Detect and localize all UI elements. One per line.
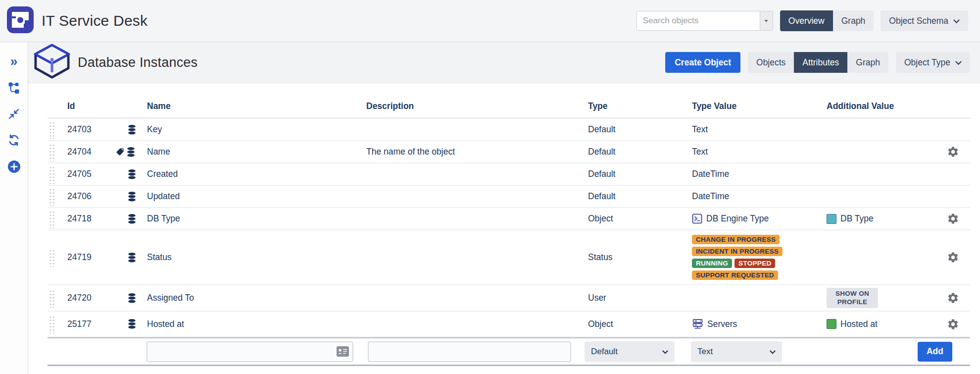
attribute-type: Status <box>588 252 692 263</box>
brand: IT Service Desk <box>7 6 147 35</box>
settings-gear-icon[interactable] <box>947 213 959 225</box>
expand-right-icon[interactable]: » <box>6 54 21 69</box>
show-on-profile-badge: SHOW ON PROFILE <box>827 288 878 309</box>
attribute-type: Object <box>588 214 692 224</box>
column-header-type: Type <box>588 101 692 111</box>
add-button[interactable]: Add <box>918 342 952 362</box>
chevron-down-icon <box>953 16 960 26</box>
type-value-label: DB Engine Type <box>706 214 769 224</box>
drag-handle-icon[interactable] <box>49 165 55 184</box>
attribute-name: DB Type <box>147 214 366 224</box>
table-row: 25177Hosted atObjectServersHosted at <box>48 312 970 337</box>
drag-handle-icon[interactable] <box>49 210 55 228</box>
column-header-name: Name <box>147 101 366 111</box>
attribute-description: The name of the object <box>366 147 588 157</box>
attribute-id: 24705 <box>67 169 114 179</box>
settings-gear-icon[interactable] <box>947 318 959 330</box>
attribute-id: 24718 <box>67 214 114 224</box>
type-value-select[interactable]: Text <box>691 341 782 362</box>
status-badge: CHANGE IN PROGRESS <box>692 235 780 244</box>
object-schema-menu-button[interactable]: Object Schema <box>881 10 968 31</box>
database-icon <box>127 124 137 135</box>
settings-gear-icon[interactable] <box>947 292 959 304</box>
servers-icon <box>692 319 703 329</box>
table-row: 24705CreatedDefaultDateTime <box>48 163 970 186</box>
refresh-icon[interactable] <box>6 133 21 148</box>
attribute-name: Hosted at <box>147 319 366 329</box>
search-box <box>637 11 773 31</box>
table-row: 24706UpdatedDefaultDateTime <box>48 186 970 208</box>
page-header: Database Instances Create Object Objects… <box>28 42 980 83</box>
tab-objects[interactable]: Objects <box>748 52 794 73</box>
nav-graph-button[interactable]: Graph <box>833 10 874 31</box>
attribute-id: 24704 <box>67 147 114 157</box>
settings-gear-icon[interactable] <box>947 251 959 264</box>
collapse-icon[interactable] <box>6 107 21 121</box>
attribute-type: Object <box>588 319 692 329</box>
database-icon <box>127 252 137 263</box>
contact-card-icon[interactable] <box>337 346 349 357</box>
attribute-id: 25177 <box>67 319 114 329</box>
add-attribute-row: Default Text Add <box>48 337 970 366</box>
new-attribute-description-input[interactable] <box>368 341 571 362</box>
table-row: 24719StatusStatusCHANGE IN PROGRESSINCID… <box>48 230 970 285</box>
table-header-row: Id Name Description Type Type Value Addi… <box>48 83 970 119</box>
drag-handle-icon[interactable] <box>49 187 55 206</box>
type-value-label: Text <box>692 147 708 157</box>
status-badges: CHANGE IN PROGRESSINCIDENT IN PROGRESSRU… <box>692 230 783 284</box>
tab-attributes[interactable]: Attributes <box>794 52 847 73</box>
object-type-menu-button[interactable]: Object Type <box>896 52 970 73</box>
drag-handle-icon[interactable] <box>49 289 55 308</box>
chevron-down-icon <box>662 347 668 357</box>
sidebar: » <box>0 42 28 374</box>
chevron-down-icon <box>770 347 776 357</box>
nav-overview-button[interactable]: Overview <box>780 10 833 31</box>
attribute-name: Key <box>147 124 366 135</box>
attribute-type: User <box>588 293 692 303</box>
attribute-name: Status <box>147 252 366 263</box>
search-dropdown-button[interactable] <box>760 11 773 30</box>
search-input[interactable] <box>637 11 760 30</box>
database-icon <box>127 214 137 224</box>
page-title: Database Instances <box>78 55 197 70</box>
tab-graph[interactable]: Graph <box>847 52 888 73</box>
add-circle-icon[interactable] <box>6 159 21 174</box>
drag-handle-icon[interactable] <box>49 143 55 161</box>
attribute-id: 24706 <box>67 191 114 202</box>
attributes-table: Id Name Description Type Type Value Addi… <box>48 83 970 366</box>
type-select[interactable]: Default <box>585 341 675 362</box>
drag-handle-icon[interactable] <box>49 315 55 333</box>
color-swatch <box>827 319 836 329</box>
create-object-button[interactable]: Create Object <box>665 52 740 73</box>
attribute-name: Created <box>147 169 366 179</box>
tree-structure-icon[interactable] <box>6 80 21 95</box>
attribute-id: 24720 <box>67 293 114 303</box>
object-type-menu-label: Object Type <box>904 57 950 68</box>
column-header-additional-value: Additional Value <box>827 101 935 111</box>
app-title: IT Service Desk <box>42 12 147 29</box>
status-badge: INCIDENT IN PROGRESS <box>692 247 783 256</box>
object-schema-menu-label: Object Schema <box>889 16 948 26</box>
column-header-type-value: Type Value <box>692 101 827 111</box>
database-icon <box>127 191 137 202</box>
attribute-name: Name <box>147 147 366 157</box>
additional-value-label: Hosted at <box>840 319 878 329</box>
drag-handle-icon[interactable] <box>49 120 55 139</box>
database-icon <box>127 293 137 304</box>
chevron-down-icon <box>955 57 962 68</box>
table-row: 24704NameThe name of the objectDefaultTe… <box>48 141 970 163</box>
additional-value-label: DB Type <box>840 214 874 224</box>
dropdown-triangle-icon <box>764 20 768 22</box>
type-value-label: Servers <box>707 319 737 329</box>
type-value-select-value: Text <box>697 347 713 357</box>
attribute-type: Default <box>588 191 692 202</box>
database-icon <box>127 319 137 329</box>
type-value-label: Text <box>692 124 708 135</box>
new-attribute-name-input[interactable] <box>147 341 353 362</box>
table-row: 24718DB TypeObjectDB Engine TypeDB Type <box>48 208 970 230</box>
object-type-cube-icon <box>32 43 72 82</box>
tag-icon <box>116 148 124 156</box>
settings-gear-icon[interactable] <box>947 146 959 158</box>
drag-handle-icon[interactable] <box>49 248 55 267</box>
attribute-type: Default <box>588 124 692 135</box>
